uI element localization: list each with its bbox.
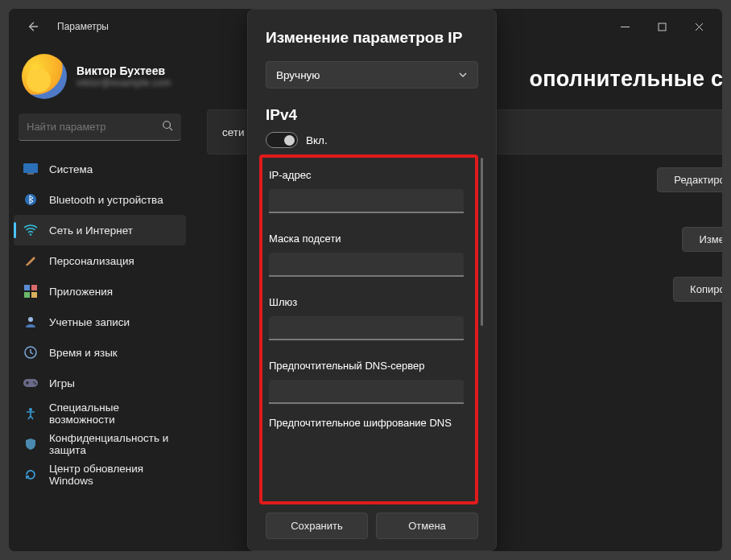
svg-rect-8: [24, 292, 30, 298]
dialog-actions: Сохранить Отмена: [259, 513, 485, 539]
nav-label: Учетные записи: [49, 316, 130, 328]
ipv4-toggle[interactable]: [266, 132, 298, 148]
copy-button[interactable]: Копировать: [673, 277, 723, 302]
maximize-button[interactable]: [643, 14, 680, 39]
search-input[interactable]: [27, 121, 162, 133]
nav-accounts[interactable]: Учетные записи: [14, 307, 186, 337]
nav-privacy[interactable]: Конфиденциальность и защита: [14, 429, 186, 459]
ip-address-label: IP-адрес: [269, 169, 464, 181]
svg-rect-0: [659, 23, 666, 31]
apps-icon: [23, 284, 38, 299]
gateway-label: Шлюз: [269, 296, 464, 308]
preferred-dns-input[interactable]: [269, 380, 464, 404]
ip-mode-dropdown[interactable]: Вручную: [266, 61, 478, 89]
svg-point-13: [33, 381, 35, 383]
nav-gaming[interactable]: Игры: [14, 368, 186, 398]
nav-system[interactable]: Система: [14, 154, 186, 184]
nav-windows-update[interactable]: Центр обновления Windows: [14, 459, 186, 490]
gateway-input[interactable]: [269, 316, 464, 340]
close-button[interactable]: [680, 14, 717, 39]
dialog-scrollbar[interactable]: [481, 158, 483, 326]
subnet-mask-label: Маска подсети: [269, 233, 464, 245]
nav-label: Система: [49, 163, 93, 175]
nav-label: Приложения: [49, 286, 113, 298]
svg-rect-6: [24, 285, 30, 290]
cancel-button[interactable]: Отмена: [376, 513, 478, 539]
subnet-mask-input[interactable]: [269, 253, 464, 277]
settings-window: Параметры Виктор Бухтеев viktor@example.…: [8, 8, 723, 552]
bluetooth-icon: [23, 192, 38, 207]
avatar: [22, 54, 67, 99]
edit-button[interactable]: Редактировать: [657, 167, 723, 192]
nav-label: Сеть и Интернет: [49, 224, 133, 237]
profile-email: viktor@example.com: [76, 77, 171, 89]
svg-point-10: [28, 317, 33, 322]
nav-bluetooth[interactable]: Bluetooth и устройства: [14, 184, 186, 215]
nav-label: Специальные возможности: [49, 401, 176, 426]
nav-network[interactable]: Сеть и Интернет: [14, 215, 186, 245]
profile[interactable]: Виктор Бухтеев viktor@example.com: [14, 51, 186, 113]
back-arrow-icon: [27, 21, 39, 32]
svg-point-17: [29, 408, 32, 411]
svg-point-1: [163, 121, 171, 129]
search-icon: [162, 120, 173, 134]
svg-point-5: [30, 233, 32, 236]
nav-label: Bluetooth и устройства: [49, 194, 163, 206]
wifi-icon: [23, 223, 38, 237]
maximize-icon: [658, 23, 667, 31]
app-title: Параметры: [57, 21, 109, 32]
nav-apps[interactable]: Приложения: [14, 276, 186, 307]
back-button[interactable]: [22, 15, 44, 38]
update-icon: [23, 467, 38, 482]
toggle-label: Вкл.: [306, 134, 328, 146]
profile-name: Виктор Бухтеев: [76, 64, 171, 77]
preferred-dns-label: Предпочтительный DNS-сервер: [269, 360, 464, 372]
system-icon: [23, 162, 38, 176]
user-icon: [23, 315, 38, 329]
chevron-down-icon: [458, 70, 468, 80]
svg-point-14: [35, 383, 36, 385]
accessibility-icon: [23, 406, 38, 421]
minimize-icon: [621, 23, 630, 31]
svg-rect-3: [27, 173, 34, 175]
card-label: сети: [222, 126, 245, 138]
nav-accessibility[interactable]: Специальные возможности: [14, 398, 186, 429]
minimize-button[interactable]: [606, 14, 643, 39]
svg-rect-7: [31, 285, 37, 290]
nav-label: Конфиденциальность и защита: [49, 432, 176, 456]
fields-scroll-area: IP-адрес Маска подсети Шлюз Предпочтител…: [259, 154, 485, 504]
close-icon: [695, 23, 704, 31]
svg-rect-12: [23, 379, 38, 387]
svg-rect-16: [27, 381, 28, 385]
sidebar: Виктор Бухтеев viktor@example.com Систем…: [9, 44, 191, 551]
dns-encryption-label: Предпочтительное шифрование DNS: [269, 417, 464, 429]
nav-label: Персонализация: [49, 255, 134, 267]
shield-icon: [23, 437, 38, 451]
ip-address-input[interactable]: [269, 189, 464, 213]
nav-personalization[interactable]: Персонализация: [14, 245, 186, 276]
nav-label: Центр обновления Windows: [49, 463, 176, 487]
svg-rect-2: [23, 163, 38, 173]
change-button[interactable]: Изменить: [682, 227, 723, 252]
svg-rect-9: [31, 292, 37, 298]
nav-label: Игры: [49, 377, 75, 389]
gamepad-icon: [23, 376, 38, 390]
ip-settings-dialog: Изменение параметров IP Вручную IPv4 Вкл…: [247, 9, 497, 551]
clock-icon: [23, 345, 38, 360]
dropdown-value: Вручную: [276, 69, 320, 81]
nav-label: Время и язык: [49, 347, 118, 359]
save-button[interactable]: Сохранить: [266, 513, 368, 539]
ipv4-toggle-row: Вкл.: [266, 132, 478, 148]
ipv4-section-title: IPv4: [266, 106, 478, 124]
nav-list: Система Bluetooth и устройства Сеть и Ин…: [14, 154, 186, 490]
dialog-title: Изменение параметров IP: [266, 29, 478, 47]
search-box[interactable]: [19, 113, 181, 141]
brush-icon: [23, 253, 38, 268]
nav-time-language[interactable]: Время и язык: [14, 337, 186, 368]
fields-container: IP-адрес Маска подсети Шлюз Предпочтител…: [262, 159, 470, 500]
